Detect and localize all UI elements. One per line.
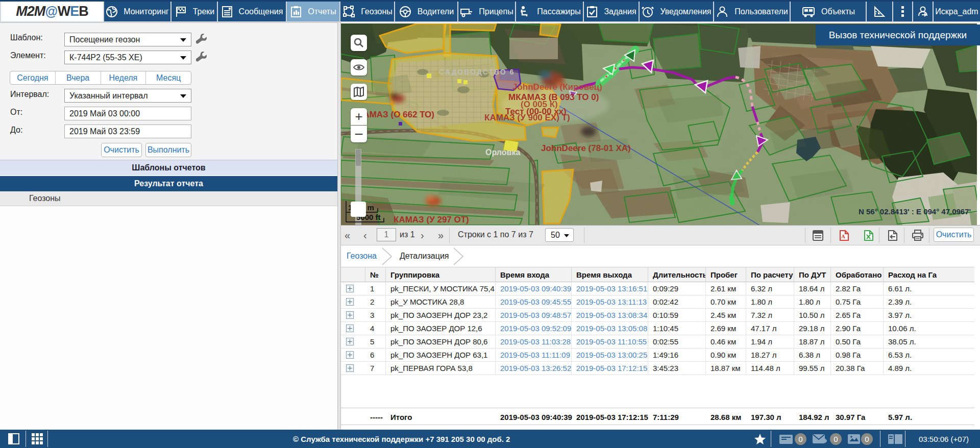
svg-text:N 56° 02.8413' : E 094° 47.096: N 56° 02.8413' : E 094° 47.0967'	[859, 207, 971, 216]
svg-text:A: A	[841, 233, 845, 239]
